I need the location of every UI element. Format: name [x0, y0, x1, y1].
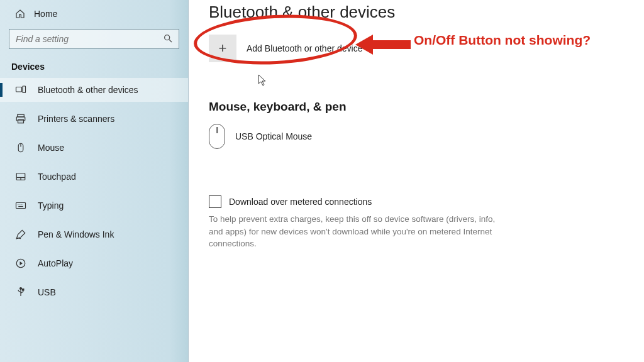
sidebar-item-touchpad[interactable]: Touchpad [0, 165, 188, 189]
sidebar-item-autoplay[interactable]: AutoPlay [0, 251, 188, 275]
cursor-icon [258, 74, 267, 87]
search-icon [163, 33, 173, 43]
metered-label: Download over metered connections [229, 197, 372, 207]
devices-icon [15, 84, 26, 96]
svg-rect-6 [18, 120, 24, 123]
svg-rect-2 [16, 87, 22, 92]
autoplay-icon [15, 258, 26, 269]
sidebar-item-label: Mouse [38, 143, 64, 153]
usb-icon [15, 287, 26, 298]
plus-icon: + [209, 35, 236, 62]
sidebar-item-bluetooth[interactable]: Bluetooth & other devices [0, 78, 188, 102]
metered-checkbox-row[interactable]: Download over metered connections [209, 195, 629, 208]
main-content: Bluetooth & other devices + Add Bluetoot… [189, 0, 644, 362]
touchpad-icon [15, 171, 26, 182]
pen-icon [15, 229, 26, 240]
svg-rect-12 [16, 203, 26, 209]
sidebar-item-label: Typing [38, 200, 64, 211]
svg-line-1 [169, 40, 172, 42]
sidebar-section-label: Devices [0, 58, 188, 78]
device-name: USB Optical Mouse [235, 131, 312, 141]
svg-rect-21 [23, 289, 24, 290]
device-row[interactable]: USB Optical Mouse [209, 121, 629, 151]
svg-point-19 [20, 288, 22, 290]
sidebar-item-label: USB [38, 287, 56, 297]
settings-sidebar: Home Devices Bluetooth & other devices P… [0, 0, 189, 362]
typing-icon [15, 200, 26, 211]
sidebar-item-label: Touchpad [38, 172, 76, 182]
svg-rect-3 [23, 86, 26, 93]
sidebar-home-label: Home [34, 9, 57, 19]
search-container [9, 29, 179, 49]
sidebar-item-usb[interactable]: USB [0, 280, 188, 304]
add-device-label: Add Bluetooth or other device [247, 43, 362, 53]
home-icon [15, 9, 25, 19]
sidebar-item-printers[interactable]: Printers & scanners [0, 107, 188, 131]
sidebar-item-pen[interactable]: Pen & Windows Ink [0, 222, 188, 246]
sidebar-item-typing[interactable]: Typing [0, 194, 188, 217]
sidebar-item-mouse[interactable]: Mouse [0, 136, 188, 160]
sidebar-item-label: Printers & scanners [38, 114, 114, 124]
svg-marker-18 [20, 261, 23, 265]
device-group-title: Mouse, keyboard, & pen [209, 100, 629, 114]
metered-help-text: To help prevent extra charges, keep this… [209, 213, 511, 250]
sidebar-item-label: AutoPlay [38, 258, 73, 268]
svg-point-0 [165, 35, 170, 40]
checkbox-icon[interactable] [209, 195, 221, 208]
printer-icon [15, 113, 26, 124]
add-device-button[interactable]: + Add Bluetooth or other device [209, 33, 629, 63]
page-title: Bluetooth & other devices [209, 3, 629, 22]
search-input[interactable] [9, 29, 179, 49]
mouse-device-icon [209, 124, 225, 149]
sidebar-item-label: Bluetooth & other devices [38, 85, 138, 95]
sidebar-item-label: Pen & Windows Ink [38, 229, 114, 239]
sidebar-home[interactable]: Home [0, 5, 188, 25]
mouse-icon [15, 142, 26, 153]
